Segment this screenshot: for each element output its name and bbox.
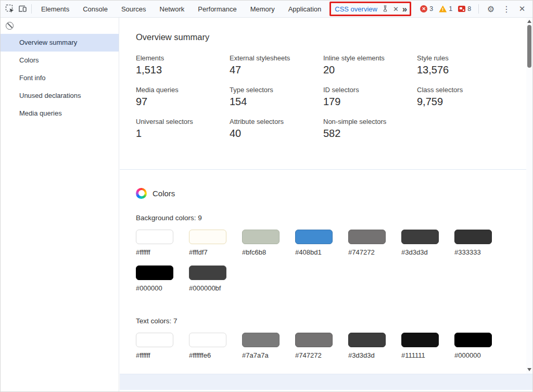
color-swatch-hex: #ffffffe6 <box>189 351 226 359</box>
sidebar-item[interactable]: Overview summary <box>1 34 119 52</box>
color-swatch: #3d3d3d <box>401 230 439 256</box>
stat-label: Attribute selectors <box>230 118 323 125</box>
issues-icon <box>458 6 465 12</box>
color-swatch-hex: #ffffff <box>136 248 173 256</box>
css-overview-sidebar: Overview summary Colors Font info Unused… <box>1 18 119 391</box>
panel-tab[interactable]: Network <box>153 1 192 17</box>
stat-value: 582 <box>323 128 417 140</box>
vertical-scrollbar[interactable] <box>526 18 532 374</box>
panel-tab[interactable]: Sources <box>115 1 153 17</box>
devtools-window: Elements Console Sources Network Perform… <box>0 0 533 392</box>
color-swatch-box[interactable] <box>348 230 386 244</box>
colors-section-title: Colors <box>153 189 175 198</box>
color-swatch-box[interactable] <box>454 230 492 244</box>
sidebar-toolbar <box>1 18 119 34</box>
color-swatch: #ffffff <box>136 230 173 256</box>
warning-icon: ! <box>439 6 447 12</box>
sidebar-item[interactable]: Media queries <box>1 105 119 122</box>
colors-section-header: Colors <box>136 187 527 199</box>
stat-value: 97 <box>136 96 230 108</box>
color-swatch-hex: #7a7a7a <box>242 351 280 359</box>
color-swatch-box[interactable] <box>136 265 173 280</box>
error-badge[interactable]: ✕ 3 <box>418 5 435 12</box>
sidebar-items: Overview summary Colors Font info Unused… <box>1 34 119 122</box>
color-swatch-box[interactable] <box>295 230 333 244</box>
stat-cell: Attribute selectors 40 <box>230 118 323 140</box>
panel-tab[interactable]: Application <box>282 1 328 17</box>
css-overview-panel: Overview summary Elements 1,513 External… <box>120 18 527 374</box>
settings-gear-icon[interactable]: ⚙ <box>485 3 497 15</box>
color-swatch-hex: #fffdf7 <box>189 248 226 256</box>
stat-cell: ID selectors 179 <box>323 86 417 108</box>
color-swatch-box[interactable] <box>454 333 492 347</box>
console-status-badges: ✕ 3 ! 1 8 <box>418 5 473 12</box>
color-swatch: #000000bf <box>189 265 226 292</box>
color-swatch-box[interactable] <box>295 333 333 347</box>
color-swatch-box[interactable] <box>136 333 173 347</box>
sidebar-item[interactable]: Font info <box>1 69 119 87</box>
panel-footer-strip <box>120 374 532 390</box>
stat-cell: Type selectors 154 <box>230 86 323 108</box>
stat-label: External stylesheets <box>230 54 323 62</box>
stat-label: Style rules <box>417 54 511 62</box>
color-swatch-box[interactable] <box>189 265 226 280</box>
stat-label: Media queries <box>136 86 230 94</box>
color-swatch-box[interactable] <box>136 230 173 244</box>
color-swatch-box[interactable] <box>401 333 439 347</box>
error-icon: ✕ <box>420 5 427 12</box>
color-swatch: #111111 <box>401 333 439 359</box>
panel-tab[interactable]: Memory <box>244 1 282 17</box>
color-swatch-box[interactable] <box>189 333 226 347</box>
color-swatch-box[interactable] <box>401 230 439 244</box>
close-devtools-icon[interactable]: ✕ <box>516 3 528 15</box>
panel-tab[interactable]: Console <box>76 1 115 17</box>
experiment-flask-icon <box>381 5 389 13</box>
color-swatch-hex: #000000bf <box>189 284 226 292</box>
stat-label: Universal selectors <box>136 118 230 125</box>
stat-value: 1,513 <box>136 64 230 76</box>
color-swatch: #408bd1 <box>295 230 333 256</box>
color-swatch-hex: #747272 <box>348 248 386 256</box>
more-tabs-icon[interactable]: » <box>402 5 406 14</box>
error-count: 3 <box>429 5 433 12</box>
color-swatch-box[interactable] <box>348 333 386 347</box>
close-tab-icon[interactable]: ✕ <box>393 6 399 12</box>
device-toolbar-icon[interactable] <box>16 3 29 15</box>
color-swatch: #fffdf7 <box>189 230 226 256</box>
overview-summary-section: Overview summary Elements 1,513 External… <box>120 18 527 170</box>
kebab-menu-icon[interactable]: ⋮ <box>500 3 513 15</box>
color-swatch: #7a7a7a <box>242 333 280 359</box>
warning-badge[interactable]: ! 1 <box>437 5 454 12</box>
panel-tab[interactable]: Performance <box>191 1 243 17</box>
scrollbar-up-arrow-icon[interactable] <box>527 20 531 23</box>
sidebar-item[interactable]: Colors <box>1 52 119 69</box>
stat-value: 1 <box>136 128 230 140</box>
stat-value: 40 <box>230 128 323 140</box>
color-swatch-box[interactable] <box>189 230 226 244</box>
scrollbar-down-arrow-icon[interactable] <box>527 368 531 371</box>
clear-overview-icon[interactable] <box>6 22 14 30</box>
sidebar-item[interactable]: Unused declarations <box>1 87 119 105</box>
tab-css-overview[interactable]: CSS overview <box>335 5 377 13</box>
stat-cell: External stylesheets 47 <box>230 54 323 76</box>
summary-stats-grid: Elements 1,513 External stylesheets 47 I… <box>136 54 527 140</box>
color-swatch: #747272 <box>348 230 386 256</box>
panel-tabs: Elements Console Sources Network Perform… <box>34 1 328 17</box>
stat-value: 179 <box>323 96 417 108</box>
stat-cell: Universal selectors 1 <box>136 118 230 140</box>
toolbar-divider <box>31 4 32 14</box>
panel-tab[interactable]: Elements <box>34 1 76 17</box>
background-colors-label: Background colors: 9 <box>136 214 527 222</box>
css-overview-tab-annotation: CSS overview ✕ » <box>329 2 411 16</box>
stat-label: Non-simple selectors <box>323 118 417 125</box>
inspect-element-icon[interactable] <box>4 3 16 15</box>
color-wheel-icon <box>136 188 147 199</box>
stat-cell: Inline style elements 20 <box>323 54 417 76</box>
scrollbar-thumb[interactable] <box>527 25 531 68</box>
color-swatch: #000000 <box>454 333 492 359</box>
stat-label: Inline style elements <box>323 54 417 62</box>
color-swatch-box[interactable] <box>242 230 280 244</box>
issues-badge[interactable]: 8 <box>456 5 473 12</box>
color-swatch-box[interactable] <box>242 333 280 347</box>
color-swatch-hex: #111111 <box>401 351 439 359</box>
